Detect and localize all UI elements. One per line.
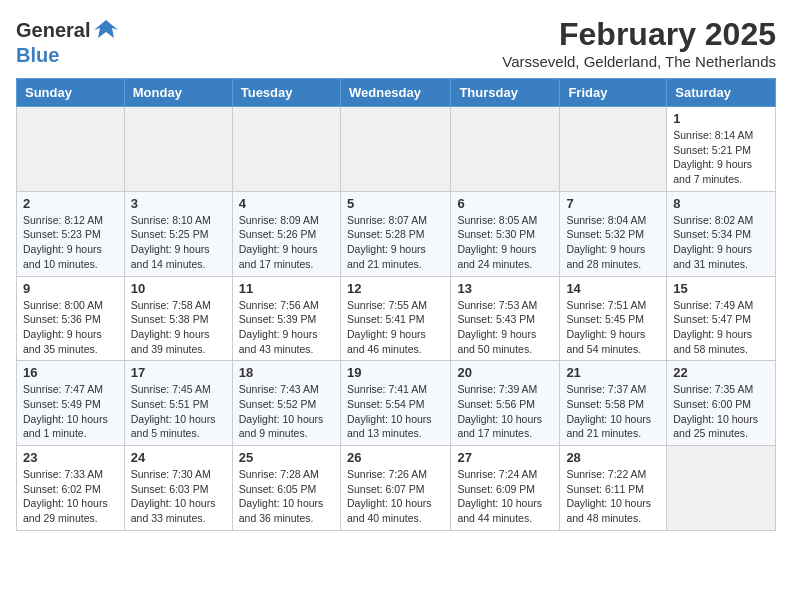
table-row: 2Sunrise: 8:12 AM Sunset: 5:23 PM Daylig…	[17, 191, 125, 276]
day-info: Sunrise: 7:28 AM Sunset: 6:05 PM Dayligh…	[239, 467, 334, 526]
day-info: Sunrise: 8:07 AM Sunset: 5:28 PM Dayligh…	[347, 213, 444, 272]
logo-blue-text: Blue	[16, 44, 59, 66]
day-number: 23	[23, 450, 118, 465]
day-number: 10	[131, 281, 226, 296]
day-info: Sunrise: 8:12 AM Sunset: 5:23 PM Dayligh…	[23, 213, 118, 272]
table-row	[124, 107, 232, 192]
table-row: 10Sunrise: 7:58 AM Sunset: 5:38 PM Dayli…	[124, 276, 232, 361]
table-row	[667, 446, 776, 531]
day-info: Sunrise: 8:02 AM Sunset: 5:34 PM Dayligh…	[673, 213, 769, 272]
col-thursday: Thursday	[451, 79, 560, 107]
table-row: 6Sunrise: 8:05 AM Sunset: 5:30 PM Daylig…	[451, 191, 560, 276]
month-year-title: February 2025	[502, 16, 776, 53]
day-number: 5	[347, 196, 444, 211]
logo-bird-icon	[92, 16, 120, 44]
table-row	[451, 107, 560, 192]
col-monday: Monday	[124, 79, 232, 107]
day-number: 28	[566, 450, 660, 465]
day-info: Sunrise: 7:26 AM Sunset: 6:07 PM Dayligh…	[347, 467, 444, 526]
day-number: 1	[673, 111, 769, 126]
day-number: 8	[673, 196, 769, 211]
day-info: Sunrise: 8:04 AM Sunset: 5:32 PM Dayligh…	[566, 213, 660, 272]
day-number: 22	[673, 365, 769, 380]
day-number: 25	[239, 450, 334, 465]
day-info: Sunrise: 7:37 AM Sunset: 5:58 PM Dayligh…	[566, 382, 660, 441]
title-block: February 2025 Varsseveld, Gelderland, Th…	[502, 16, 776, 70]
day-info: Sunrise: 8:00 AM Sunset: 5:36 PM Dayligh…	[23, 298, 118, 357]
col-saturday: Saturday	[667, 79, 776, 107]
day-info: Sunrise: 7:39 AM Sunset: 5:56 PM Dayligh…	[457, 382, 553, 441]
table-row	[17, 107, 125, 192]
calendar-table: Sunday Monday Tuesday Wednesday Thursday…	[16, 78, 776, 531]
day-info: Sunrise: 8:05 AM Sunset: 5:30 PM Dayligh…	[457, 213, 553, 272]
table-row: 14Sunrise: 7:51 AM Sunset: 5:45 PM Dayli…	[560, 276, 667, 361]
day-number: 27	[457, 450, 553, 465]
day-info: Sunrise: 7:56 AM Sunset: 5:39 PM Dayligh…	[239, 298, 334, 357]
calendar-week-row: 2Sunrise: 8:12 AM Sunset: 5:23 PM Daylig…	[17, 191, 776, 276]
day-number: 24	[131, 450, 226, 465]
table-row: 25Sunrise: 7:28 AM Sunset: 6:05 PM Dayli…	[232, 446, 340, 531]
table-row: 12Sunrise: 7:55 AM Sunset: 5:41 PM Dayli…	[340, 276, 450, 361]
table-row: 3Sunrise: 8:10 AM Sunset: 5:25 PM Daylig…	[124, 191, 232, 276]
table-row: 18Sunrise: 7:43 AM Sunset: 5:52 PM Dayli…	[232, 361, 340, 446]
table-row	[560, 107, 667, 192]
table-row: 23Sunrise: 7:33 AM Sunset: 6:02 PM Dayli…	[17, 446, 125, 531]
day-info: Sunrise: 7:30 AM Sunset: 6:03 PM Dayligh…	[131, 467, 226, 526]
day-info: Sunrise: 7:55 AM Sunset: 5:41 PM Dayligh…	[347, 298, 444, 357]
day-number: 11	[239, 281, 334, 296]
table-row: 15Sunrise: 7:49 AM Sunset: 5:47 PM Dayli…	[667, 276, 776, 361]
table-row: 27Sunrise: 7:24 AM Sunset: 6:09 PM Dayli…	[451, 446, 560, 531]
day-info: Sunrise: 7:41 AM Sunset: 5:54 PM Dayligh…	[347, 382, 444, 441]
col-friday: Friday	[560, 79, 667, 107]
day-info: Sunrise: 8:14 AM Sunset: 5:21 PM Dayligh…	[673, 128, 769, 187]
table-row: 16Sunrise: 7:47 AM Sunset: 5:49 PM Dayli…	[17, 361, 125, 446]
day-number: 19	[347, 365, 444, 380]
day-info: Sunrise: 7:35 AM Sunset: 6:00 PM Dayligh…	[673, 382, 769, 441]
day-number: 21	[566, 365, 660, 380]
logo-general-text: General	[16, 19, 90, 42]
day-number: 17	[131, 365, 226, 380]
calendar-week-row: 1Sunrise: 8:14 AM Sunset: 5:21 PM Daylig…	[17, 107, 776, 192]
day-info: Sunrise: 7:24 AM Sunset: 6:09 PM Dayligh…	[457, 467, 553, 526]
table-row: 24Sunrise: 7:30 AM Sunset: 6:03 PM Dayli…	[124, 446, 232, 531]
location-subtitle: Varsseveld, Gelderland, The Netherlands	[502, 53, 776, 70]
day-number: 6	[457, 196, 553, 211]
table-row: 7Sunrise: 8:04 AM Sunset: 5:32 PM Daylig…	[560, 191, 667, 276]
day-number: 12	[347, 281, 444, 296]
calendar-week-row: 16Sunrise: 7:47 AM Sunset: 5:49 PM Dayli…	[17, 361, 776, 446]
day-info: Sunrise: 8:10 AM Sunset: 5:25 PM Dayligh…	[131, 213, 226, 272]
day-info: Sunrise: 7:49 AM Sunset: 5:47 PM Dayligh…	[673, 298, 769, 357]
day-number: 3	[131, 196, 226, 211]
day-info: Sunrise: 7:45 AM Sunset: 5:51 PM Dayligh…	[131, 382, 226, 441]
table-row: 20Sunrise: 7:39 AM Sunset: 5:56 PM Dayli…	[451, 361, 560, 446]
table-row: 28Sunrise: 7:22 AM Sunset: 6:11 PM Dayli…	[560, 446, 667, 531]
logo: General Blue	[16, 16, 120, 67]
table-row: 21Sunrise: 7:37 AM Sunset: 5:58 PM Dayli…	[560, 361, 667, 446]
day-number: 9	[23, 281, 118, 296]
day-number: 14	[566, 281, 660, 296]
table-row: 11Sunrise: 7:56 AM Sunset: 5:39 PM Dayli…	[232, 276, 340, 361]
col-wednesday: Wednesday	[340, 79, 450, 107]
table-row: 13Sunrise: 7:53 AM Sunset: 5:43 PM Dayli…	[451, 276, 560, 361]
page-header: General Blue February 2025 Varsseveld, G…	[16, 16, 776, 70]
day-number: 13	[457, 281, 553, 296]
day-number: 7	[566, 196, 660, 211]
table-row: 8Sunrise: 8:02 AM Sunset: 5:34 PM Daylig…	[667, 191, 776, 276]
table-row: 1Sunrise: 8:14 AM Sunset: 5:21 PM Daylig…	[667, 107, 776, 192]
calendar-week-row: 9Sunrise: 8:00 AM Sunset: 5:36 PM Daylig…	[17, 276, 776, 361]
table-row: 26Sunrise: 7:26 AM Sunset: 6:07 PM Dayli…	[340, 446, 450, 531]
day-info: Sunrise: 7:33 AM Sunset: 6:02 PM Dayligh…	[23, 467, 118, 526]
day-info: Sunrise: 8:09 AM Sunset: 5:26 PM Dayligh…	[239, 213, 334, 272]
day-info: Sunrise: 7:53 AM Sunset: 5:43 PM Dayligh…	[457, 298, 553, 357]
table-row	[232, 107, 340, 192]
table-row: 5Sunrise: 8:07 AM Sunset: 5:28 PM Daylig…	[340, 191, 450, 276]
day-number: 15	[673, 281, 769, 296]
day-number: 4	[239, 196, 334, 211]
table-row: 9Sunrise: 8:00 AM Sunset: 5:36 PM Daylig…	[17, 276, 125, 361]
table-row: 19Sunrise: 7:41 AM Sunset: 5:54 PM Dayli…	[340, 361, 450, 446]
table-row: 17Sunrise: 7:45 AM Sunset: 5:51 PM Dayli…	[124, 361, 232, 446]
table-row	[340, 107, 450, 192]
day-number: 16	[23, 365, 118, 380]
day-info: Sunrise: 7:58 AM Sunset: 5:38 PM Dayligh…	[131, 298, 226, 357]
calendar-week-row: 23Sunrise: 7:33 AM Sunset: 6:02 PM Dayli…	[17, 446, 776, 531]
